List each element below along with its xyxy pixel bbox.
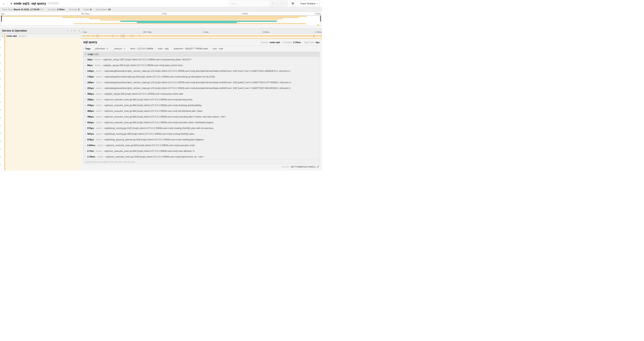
log-entry-row[interactable]: › 366μs: event = ‹sql/plan_opt.go:358 [n… <box>84 91 320 97</box>
service-value: node sql1 <box>270 41 280 44</box>
log-field-value: ‹sql/catalog/lease/descriptor_version_st… <box>104 87 291 89</box>
ruler-gridline <box>202 27 203 34</box>
collapse-trace-chevron-icon[interactable]: ∨ <box>10 2 12 5</box>
minimap-time-label: 1.4ms <box>162 13 167 15</box>
log-entry-row[interactable]: › 502μs: event = ‹sql/conn_executor_exec… <box>84 120 320 125</box>
minimap-range-handle-left[interactable] <box>1 16 2 22</box>
chevron-down-icon: ∨ <box>85 53 86 55</box>
logs-count: (18) <box>94 53 98 56</box>
trace-timeline-page: ← ∨ node sql1: sql query 7418682 <box>0 0 322 171</box>
log-timestamp: 80μs: <box>87 64 93 67</box>
log-entry-row[interactable]: › 189μs: event = ‹sql/catalog/lease/desc… <box>84 80 320 85</box>
log-equals: = <box>102 93 103 95</box>
log-entry-row[interactable]: › 678μs: event = ‹sql/distsql_physical_p… <box>84 137 320 142</box>
log-field-key: event <box>96 98 102 101</box>
span-row-name-cell[interactable]: ∨ node sql1 sql query <box>0 34 81 38</box>
log-event-tick <box>313 35 314 38</box>
log-event-tick <box>124 35 125 38</box>
log-timestamp: 34μs: <box>87 58 93 61</box>
log-field-key: event <box>96 133 102 135</box>
span-meta: Service: node sql1 Duration: 2.79ms Star… <box>261 41 320 44</box>
chevron-right-icon: › <box>85 133 86 135</box>
expand-all-icon[interactable]: » <box>74 30 76 31</box>
expand-one-icon[interactable]: » <box>78 30 80 32</box>
chevron-right-icon: › <box>85 98 86 101</box>
clear-search-icon[interactable]: × <box>284 3 286 5</box>
keyboard-shortcuts-button[interactable]: ⌘ <box>290 1 296 7</box>
trace-start-stat: Trace Start March 31 2022, 17:25:09.326 <box>2 8 44 11</box>
span-detail-content: sql query Service: node sql1 Duration: 2… <box>81 39 322 171</box>
log-field-key: event <box>96 104 102 107</box>
minimap-time-label: 697.75μs <box>81 13 89 15</box>
chevron-right-icon: › <box>85 121 86 124</box>
row-collapse-chevron-icon[interactable]: ∨ <box>2 35 3 37</box>
logs-list: › 34μs: event = ‹sql/exec_util.go:2297 [… <box>84 57 320 160</box>
minimap-canvas[interactable] <box>1 16 321 26</box>
tag-equals: = <box>163 48 164 50</box>
log-entry-row[interactable]: › 459μs: event = ‹sql/conn_executor_exec… <box>84 97 320 102</box>
tag-item: user = root <box>210 48 225 50</box>
trace-stats-bar: Trace Start March 31 2022, 17:25:09.326 … <box>0 7 322 12</box>
log-equals: = <box>101 65 102 66</box>
log-field-key: event <box>96 138 102 141</box>
view-selector-button[interactable]: Trace Timeline ∨ <box>298 1 320 7</box>
prev-match-icon[interactable]: ∧ <box>277 3 278 5</box>
log-entry-row[interactable]: › 2.79ms: event = ‹sql/conn_executor_exe… <box>84 154 320 160</box>
log-field-key: event <box>96 81 102 84</box>
log-equals: = <box>103 145 104 146</box>
log-entry-row[interactable]: › 2.7ms: event = ‹sql/conn_executor_exec… <box>84 148 320 154</box>
log-entry-row[interactable]: › 476μs: event = ‹sql/conn_executor_exec… <box>84 102 320 108</box>
total-spans-stat: Total Spans10 <box>96 8 110 11</box>
locate-icon[interactable] <box>272 2 274 5</box>
log-equals: = <box>102 99 103 101</box>
link-icon[interactable] <box>317 165 319 168</box>
tag-value: root <box>219 48 223 50</box>
command-icon: ⌘ <box>291 2 294 5</box>
minimap-range-handle-right[interactable] <box>320 16 321 22</box>
next-match-icon[interactable]: ∨ <box>280 3 282 5</box>
depth-stat: Depth6 <box>84 8 92 11</box>
tag-value: 1 <box>107 48 108 50</box>
find-actions: ∧ ∨ × <box>270 1 288 7</box>
minimap-span-bar <box>74 23 306 24</box>
view-selector-label: Trace Timeline <box>300 2 315 5</box>
log-equals: = <box>102 76 103 78</box>
timeline-ruler: 0μs697.75μs1.4ms2.09ms2.79ms <box>83 27 322 34</box>
span-row-timeline-cell[interactable] <box>81 34 322 38</box>
log-field-key: event <box>96 115 102 118</box>
collapse-all-icon[interactable]: › <box>67 30 69 31</box>
log-timestamp: 574μs: <box>87 127 94 129</box>
tag-item: _verbose = 1 <box>111 48 127 50</box>
ruler-time-label: 2.09ms <box>263 31 269 33</box>
find-input[interactable] <box>230 1 270 7</box>
log-entry-row[interactable]: › 574μs: event = ‹sql/distsql_running.go… <box>84 125 320 131</box>
log-entry-row[interactable]: › 176μs: event = ‹sql/catalog/descs/desc… <box>84 74 320 80</box>
minimap-span-bar <box>1 16 307 17</box>
log-entry-row[interactable]: › 2.69ms: event = ‹sql/conn_executor_exe… <box>84 142 320 148</box>
log-event-tick <box>112 35 113 38</box>
log-entry-row[interactable]: › 34μs: event = ‹sql/exec_util.go:2297 [… <box>84 57 320 62</box>
chevron-right-icon: › <box>85 93 86 95</box>
tag-value: 127.0.0.1:59936 <box>138 48 153 50</box>
log-field-value: ‹sql/catalog/descs/descriptor.go:98 [nsq… <box>104 75 215 78</box>
log-entry-row[interactable]: › 142μs: event = ‹sql/catalog/lease/desc… <box>84 68 320 74</box>
log-entry-row[interactable]: › 486μs: event = ‹sql/conn_executor_exec… <box>84 108 320 114</box>
minimap-span-bar <box>317 25 319 26</box>
log-entry-row[interactable]: › 495μs: event = ‹sql/conn_executor_exec… <box>84 114 320 120</box>
span-service-name: node sql1 <box>6 35 17 37</box>
tags-row[interactable]: › Tags: _unfinished = 1 _verbose <box>83 47 320 50</box>
log-entry-row[interactable]: › 597μs: event = ‹sql/distsql_running.go… <box>84 131 320 137</box>
tag-item: statement = SELECT * FROM users <box>172 48 210 50</box>
span-color-stripe <box>4 38 5 171</box>
log-entry-row[interactable]: › 80μs: event = ‹sql/plan_opt.go:358 [ns… <box>84 62 320 68</box>
span-duration-bar[interactable] <box>81 35 322 37</box>
log-field-value: ‹sql/catalog/lease/descriptor_version_st… <box>104 81 291 84</box>
logs-header[interactable]: ∨ Logs (18) <box>84 52 320 57</box>
collapse-one-icon[interactable]: › <box>71 30 72 32</box>
back-button[interactable]: ← <box>0 0 8 7</box>
log-entry-row[interactable]: › 201μs: event = ‹sql/catalog/lease/desc… <box>84 85 320 91</box>
span-id-label: SpanID: <box>281 165 290 168</box>
log-timestamp: 201μs: <box>87 87 94 89</box>
column-resizer[interactable] <box>81 31 82 33</box>
chevron-right-icon: › <box>85 64 86 67</box>
